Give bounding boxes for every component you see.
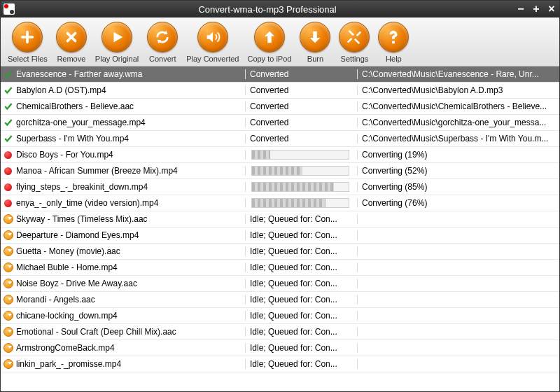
table-row[interactable]: Skyway - Times (Timeless Mix).aacIdle; Q… — [1, 211, 559, 227]
titlebar[interactable]: Convert-wma-to-mp3 Professional − + × — [1, 1, 559, 18]
table-row[interactable]: Guetta - Money (movie).aacIdle; Queued f… — [1, 244, 559, 260]
check-icon — [4, 118, 13, 127]
burn-button[interactable]: Burn — [295, 22, 335, 63]
help-button[interactable]: Help — [374, 22, 413, 63]
output-cell: C:\Converted\Music\Superbass - I'm With … — [358, 134, 559, 144]
progress-bar — [251, 150, 349, 160]
toolbar-label: Play Converted — [186, 55, 239, 63]
x-icon — [56, 22, 87, 52]
maximize-button[interactable]: + — [531, 3, 541, 15]
progress-fill — [252, 167, 302, 175]
table-row[interactable]: Deeparture - Diamond Eyes.mp4Idle; Queue… — [1, 227, 559, 244]
table-row[interactable]: ChemicalBrothers - Believe.aacConvertedC… — [1, 99, 559, 115]
table-row[interactable]: gorchitza-one_your_message.mp4ConvertedC… — [1, 115, 559, 131]
filename-cell: Skyway - Times (Timeless Mix).aac — [1, 214, 246, 224]
queued-icon — [4, 279, 13, 288]
status-cell — [246, 150, 358, 160]
filename-text: enya_-_only_time (video version).mp4 — [16, 198, 158, 208]
file-list[interactable]: Evanescence - Farther away.wmaConvertedC… — [1, 66, 559, 391]
tools-icon — [339, 22, 370, 52]
check-icon — [4, 69, 13, 79]
recording-icon — [4, 151, 12, 159]
play-icon — [102, 22, 132, 52]
minimize-button[interactable]: − — [516, 3, 526, 15]
queued-icon — [4, 327, 13, 337]
queued-icon — [4, 230, 13, 240]
queued-icon — [4, 359, 13, 369]
play-converted-button[interactable]: Play Converted — [182, 22, 243, 63]
check-icon — [4, 102, 13, 111]
filename-cell: enya_-_only_time (video version).mp4 — [1, 198, 246, 208]
status-cell: Idle; Queued for: Con... — [246, 327, 358, 337]
select-files-button[interactable]: Select Files — [4, 22, 52, 63]
filename-text: chicane-locking_down.mp4 — [16, 311, 118, 321]
table-row[interactable]: enya_-_only_time (video version).mp4Conv… — [1, 195, 559, 211]
table-row[interactable]: flying_steps_-_breakinit_down.mp4Convert… — [1, 179, 559, 195]
toolbar-label: Convert — [149, 55, 176, 63]
copy-to-ipod-button[interactable]: Copy to iPod — [243, 22, 295, 63]
table-row[interactable]: Manoa - African Summer (Breeze Mix).mp4C… — [1, 163, 559, 179]
question-icon — [378, 22, 409, 52]
filename-text: Michael Buble - Home.mp4 — [16, 262, 118, 272]
filename-cell: chicane-locking_down.mp4 — [1, 311, 246, 321]
filename-cell: Manoa - African Summer (Breeze Mix).mp4 — [1, 166, 246, 176]
status-cell: Converted — [246, 102, 358, 111]
check-icon — [4, 85, 13, 95]
close-button[interactable]: × — [547, 3, 556, 15]
filename-text: Deeparture - Diamond Eyes.mp4 — [16, 230, 139, 240]
toolbar-label: Burn — [307, 55, 323, 63]
table-row[interactable]: chicane-locking_down.mp4Idle; Queued for… — [1, 308, 559, 324]
progress-bar — [251, 166, 349, 176]
filename-cell: Superbass - I'm With You.mp4 — [1, 134, 246, 144]
window-title: Convert-wma-to-mp3 Professional — [19, 4, 516, 15]
window-controls: − + × — [516, 3, 556, 15]
output-cell: C:\Converted\Music\Evanescence - Rare, U… — [358, 69, 559, 79]
down-icon — [300, 22, 330, 52]
table-row[interactable]: Emotional - Soul Craft (Deep Chill Mix).… — [1, 324, 559, 340]
status-cell — [246, 182, 358, 192]
remove-button[interactable]: Remove — [52, 22, 91, 63]
filename-text: ArmstrongComeBack.mp4 — [16, 343, 115, 353]
table-row[interactable]: Evanescence - Farther away.wmaConvertedC… — [1, 66, 559, 83]
toolbar-label: Copy to iPod — [247, 55, 291, 63]
output-cell: C:\Converted\Music\gorchitza-one_your_me… — [358, 118, 559, 127]
filename-text: Evanescence - Farther away.wma — [16, 69, 143, 79]
status-cell: Idle; Queued for: Con... — [246, 214, 358, 224]
filename-text: Morandi - Angels.aac — [16, 295, 95, 304]
toolbar-label: Remove — [57, 55, 85, 63]
filename-text: Skyway - Times (Timeless Mix).aac — [16, 214, 148, 224]
progress-fill — [252, 183, 334, 191]
table-row[interactable]: ArmstrongComeBack.mp4Idle; Queued for: C… — [1, 340, 559, 356]
filename-cell: ArmstrongComeBack.mp4 — [1, 343, 246, 353]
table-row[interactable]: linkin_park_-_promisse.mp4Idle; Queued f… — [1, 356, 559, 372]
table-row[interactable]: Disco Boys - For You.mp4Converting (19%) — [1, 147, 559, 163]
table-row[interactable]: Michael Buble - Home.mp4Idle; Queued for… — [1, 260, 559, 276]
filename-cell: gorchitza-one_your_message.mp4 — [1, 118, 246, 127]
status-cell: Converted — [246, 134, 358, 144]
output-cell: Converting (85%) — [358, 182, 559, 192]
table-row[interactable]: Morandi - Angels.aacIdle; Queued for: Co… — [1, 292, 559, 308]
filename-text: Noise Boyz - Drive Me Away.aac — [16, 279, 137, 288]
recording-icon — [4, 200, 12, 207]
filename-cell: Emotional - Soul Craft (Deep Chill Mix).… — [1, 327, 246, 337]
table-row[interactable]: Superbass - I'm With You.mp4ConvertedC:\… — [1, 131, 559, 147]
settings-button[interactable]: Settings — [335, 22, 374, 63]
table-row[interactable]: Noise Boyz - Drive Me Away.aacIdle; Queu… — [1, 276, 559, 292]
convert-button[interactable]: Convert — [143, 22, 182, 63]
play-original-button[interactable]: Play Original — [91, 22, 143, 63]
progress-fill — [252, 199, 326, 207]
status-cell: Idle; Queued for: Con... — [246, 343, 358, 353]
filename-cell: Evanescence - Farther away.wma — [1, 69, 246, 79]
filename-cell: Babylon A.D (OST).mp4 — [1, 85, 246, 95]
status-cell: Idle; Queued for: Con... — [246, 279, 358, 288]
status-cell: Converted — [246, 118, 358, 127]
status-cell — [246, 166, 358, 176]
filename-cell: ChemicalBrothers - Believe.aac — [1, 102, 246, 111]
filename-text: ChemicalBrothers - Believe.aac — [16, 102, 134, 111]
table-row[interactable]: Babylon A.D (OST).mp4ConvertedC:\Convert… — [1, 83, 559, 99]
output-cell: C:\Converted\Music\Babylon A.D.mp3 — [358, 85, 559, 95]
output-cell: Converting (52%) — [358, 166, 559, 176]
filename-text: flying_steps_-_breakinit_down.mp4 — [16, 182, 148, 192]
progress-bar — [251, 198, 349, 208]
filename-cell: Noise Boyz - Drive Me Away.aac — [1, 279, 246, 288]
